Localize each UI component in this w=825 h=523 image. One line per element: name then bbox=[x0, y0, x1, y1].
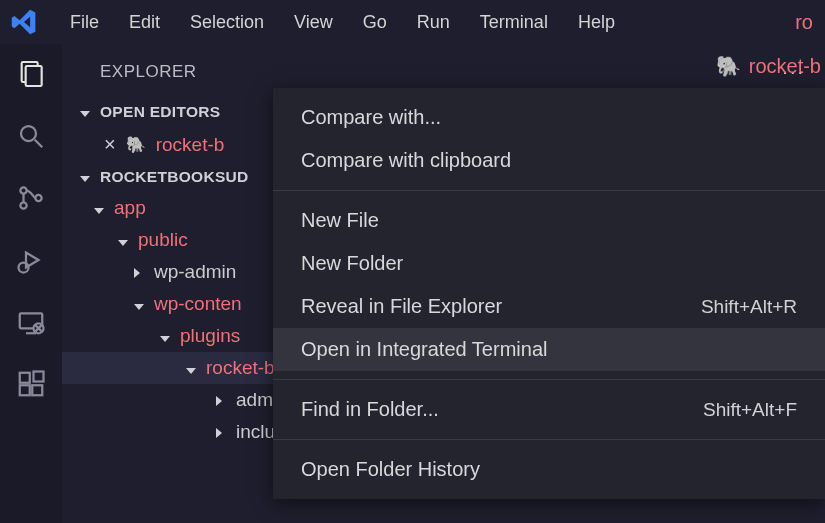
menu-reveal-explorer[interactable]: Reveal in File ExplorerShift+Alt+R bbox=[273, 285, 825, 328]
folder-label: app bbox=[114, 197, 146, 219]
svg-rect-15 bbox=[20, 385, 30, 395]
menu-separator bbox=[273, 379, 825, 380]
chevron-right-icon bbox=[216, 421, 228, 443]
chevron-down-icon bbox=[160, 325, 172, 347]
search-icon[interactable] bbox=[15, 120, 47, 152]
chevron-down-icon bbox=[94, 197, 106, 219]
extensions-icon[interactable] bbox=[15, 368, 47, 400]
menu-open-folder-history[interactable]: Open Folder History bbox=[273, 448, 825, 491]
context-menu: Compare with... Compare with clipboard N… bbox=[273, 88, 825, 499]
open-editors-label: OPEN EDITORS bbox=[100, 103, 220, 121]
menu-shortcut: Shift+Alt+F bbox=[703, 399, 797, 421]
menu-terminal[interactable]: Terminal bbox=[466, 6, 562, 39]
explorer-icon[interactable] bbox=[15, 58, 47, 90]
menu-selection[interactable]: Selection bbox=[176, 6, 278, 39]
editor-tab-label: rocket-b bbox=[749, 55, 821, 78]
menubar: File Edit Selection View Go Run Terminal… bbox=[0, 0, 825, 44]
menu-label: New File bbox=[301, 209, 379, 232]
menu-new-file[interactable]: New File bbox=[273, 199, 825, 242]
menu-label: Compare with clipboard bbox=[301, 149, 511, 172]
chevron-down-icon bbox=[80, 168, 92, 186]
menu-file[interactable]: File bbox=[56, 6, 113, 39]
menu-new-folder[interactable]: New Folder bbox=[273, 242, 825, 285]
menu-label: New Folder bbox=[301, 252, 403, 275]
folder-label: public bbox=[138, 229, 188, 251]
folder-label: plugins bbox=[180, 325, 240, 347]
close-icon[interactable]: × bbox=[104, 133, 116, 156]
svg-rect-17 bbox=[34, 372, 44, 382]
open-editor-filename: rocket-b bbox=[156, 134, 225, 156]
chevron-down-icon bbox=[186, 357, 198, 379]
vscode-logo-icon bbox=[10, 8, 38, 36]
menu-compare-with[interactable]: Compare with... bbox=[273, 96, 825, 139]
svg-rect-16 bbox=[32, 385, 42, 395]
chevron-down-icon bbox=[134, 293, 146, 315]
menu-find-in-folder[interactable]: Find in Folder...Shift+Alt+F bbox=[273, 388, 825, 431]
chevron-right-icon bbox=[216, 389, 228, 411]
menu-go[interactable]: Go bbox=[349, 6, 401, 39]
chevron-down-icon bbox=[80, 103, 92, 121]
menu-edit[interactable]: Edit bbox=[115, 6, 174, 39]
svg-rect-14 bbox=[20, 373, 30, 383]
menu-separator bbox=[273, 190, 825, 191]
activity-bar bbox=[0, 44, 62, 523]
folder-label: rocket-b bbox=[206, 357, 275, 379]
svg-line-3 bbox=[35, 140, 43, 148]
menu-label: Compare with... bbox=[301, 106, 441, 129]
workspace-label: ROCKETBOOKSUD bbox=[100, 168, 249, 186]
menu-run[interactable]: Run bbox=[403, 6, 464, 39]
folder-label: wp-admin bbox=[154, 261, 236, 283]
menu-shortcut: Shift+Alt+R bbox=[701, 296, 797, 318]
chevron-right-icon bbox=[134, 261, 146, 283]
php-file-icon: 🐘 bbox=[716, 54, 741, 78]
menu-label: Reveal in File Explorer bbox=[301, 295, 502, 318]
php-file-icon: 🐘 bbox=[126, 135, 146, 154]
menu-open-integrated-terminal[interactable]: Open in Integrated Terminal bbox=[273, 328, 825, 371]
editor-tab-partial[interactable]: 🐘 rocket-b bbox=[716, 54, 825, 78]
source-control-icon[interactable] bbox=[15, 182, 47, 214]
svg-point-4 bbox=[20, 187, 26, 193]
menu-view[interactable]: View bbox=[280, 6, 347, 39]
debug-icon[interactable] bbox=[15, 244, 47, 276]
svg-point-5 bbox=[20, 202, 26, 208]
menu-label: Find in Folder... bbox=[301, 398, 439, 421]
menu-compare-clipboard[interactable]: Compare with clipboard bbox=[273, 139, 825, 182]
remote-icon[interactable] bbox=[15, 306, 47, 338]
menu-label: Open in Integrated Terminal bbox=[301, 338, 547, 361]
svg-point-6 bbox=[35, 195, 41, 201]
svg-rect-1 bbox=[26, 66, 42, 86]
menu-help[interactable]: Help bbox=[564, 6, 629, 39]
folder-label: wp-conten bbox=[154, 293, 242, 315]
menu-label: Open Folder History bbox=[301, 458, 480, 481]
menu-separator bbox=[273, 439, 825, 440]
explorer-title: EXPLORER bbox=[100, 62, 197, 82]
title-truncated: ro bbox=[795, 11, 815, 34]
svg-point-2 bbox=[21, 126, 36, 141]
chevron-down-icon bbox=[118, 229, 130, 251]
